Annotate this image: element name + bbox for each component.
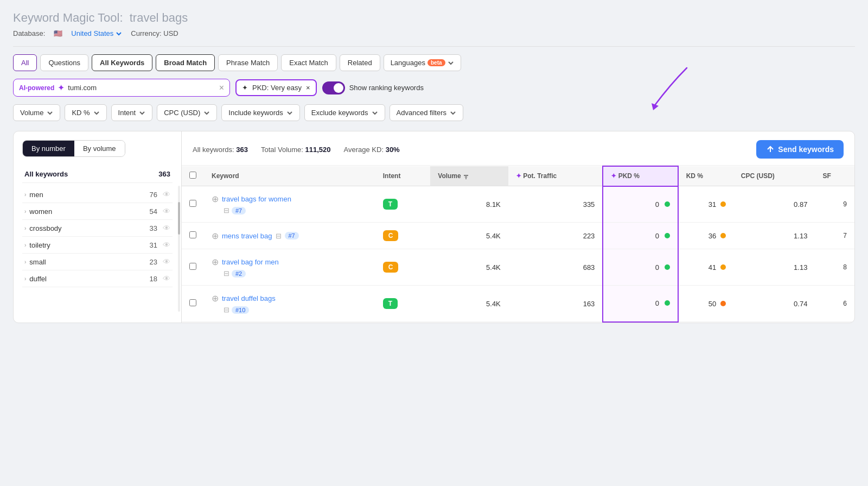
tab-broad-match[interactable]: Broad Match: [156, 54, 215, 71]
eye-icon[interactable]: 👁: [163, 274, 170, 283]
page-icon: ⊟: [224, 269, 229, 277]
toggle-label: Show ranking keywords: [349, 84, 424, 92]
sidebar-tab-by-number[interactable]: By number: [23, 141, 74, 156]
pkd-dot: [665, 264, 670, 270]
sidebar-item-small[interactable]: › small 23 👁: [22, 254, 173, 270]
eye-icon[interactable]: 👁: [163, 241, 170, 249]
cpc-cell: 1.13: [733, 223, 815, 249]
table-row: ⊕ travel bags for women ⊟ #7 T 8.1K: [182, 186, 854, 223]
add-keyword-icon[interactable]: ⊕: [212, 257, 219, 267]
pkd-dot: [665, 300, 670, 306]
add-keyword-icon[interactable]: ⊕: [212, 231, 219, 241]
col-keyword-header: Keyword: [204, 166, 375, 186]
row-checkbox[interactable]: [189, 231, 196, 238]
row-checkbox[interactable]: [189, 200, 196, 207]
sidebar-list: › men 76 👁 › women 54 👁 › crossbody 33 👁: [22, 186, 173, 287]
pot-traffic-cell: 223: [508, 223, 603, 249]
eye-icon[interactable]: 👁: [163, 224, 170, 232]
col-kd-header: KD %: [678, 166, 733, 186]
intent-cell: T: [375, 186, 431, 223]
tab-phrase-match[interactable]: Phrase Match: [218, 54, 278, 71]
sidebar-item-count: 31: [150, 241, 157, 249]
sidebar-item-men[interactable]: › men 76 👁: [22, 186, 173, 203]
advanced-filters-dropdown[interactable]: Advanced filters: [390, 104, 464, 121]
add-keyword-icon[interactable]: ⊕: [212, 194, 219, 204]
keyword-link[interactable]: travel duffel bags: [222, 294, 276, 302]
sf-cell: 6: [815, 286, 854, 322]
chevron-icon: ›: [24, 192, 26, 198]
sidebar-item-duffel[interactable]: › duffel 18 👁: [22, 270, 173, 287]
tab-languages[interactable]: Languages beta: [384, 54, 461, 71]
sidebar-item-women[interactable]: › women 54 👁: [22, 203, 173, 220]
currency-label: Currency: USD: [131, 29, 178, 37]
row-checkbox-cell: [182, 223, 204, 249]
page-icon: ⊟: [276, 232, 282, 240]
select-all-checkbox[interactable]: [189, 172, 196, 179]
sf-cell: 8: [815, 249, 854, 286]
ranking-keywords-toggle[interactable]: [322, 81, 345, 94]
row-checkbox[interactable]: [189, 263, 196, 270]
ai-input[interactable]: [68, 84, 215, 92]
pkd-filter[interactable]: ✦ PKD: Very easy ×: [235, 79, 317, 96]
cpc-cell: 1.13: [733, 249, 815, 286]
keyword-cell: ⊕ travel bag for men ⊟ #2: [204, 249, 375, 286]
keyword-tag: #10: [232, 306, 249, 314]
kd-cell: 41: [678, 249, 733, 286]
kd-dot: [720, 201, 726, 207]
chevron-icon: ›: [24, 276, 26, 282]
sidebar-item-label: women: [29, 207, 146, 216]
intent-badge: C: [383, 262, 399, 273]
tab-related[interactable]: Related: [340, 54, 380, 71]
tab-exact-match[interactable]: Exact Match: [281, 54, 336, 71]
sidebar-tab-by-volume[interactable]: By volume: [74, 141, 125, 156]
pkd-dot: [665, 233, 670, 238]
sidebar-item-label: men: [29, 191, 146, 199]
eye-icon[interactable]: 👁: [163, 190, 170, 199]
ai-filter[interactable]: AI-powered ✦ ×: [13, 79, 230, 97]
intent-badge: T: [383, 199, 398, 210]
exclude-keywords-dropdown[interactable]: Exclude keywords: [304, 104, 385, 121]
chevron-icon: ›: [24, 225, 26, 231]
volume-dropdown[interactable]: Volume: [13, 104, 60, 121]
table-summary: All keywords: 363 Total Volume: 111,520 …: [182, 131, 854, 166]
cpc-cell: 0.74: [733, 286, 815, 322]
kd-dot: [720, 301, 726, 306]
keyword-link[interactable]: travel bag for men: [222, 258, 279, 266]
kd-dropdown[interactable]: KD %: [65, 104, 106, 121]
intent-dropdown[interactable]: Intent: [111, 104, 153, 121]
sidebar-all-keywords: All keywords 363: [22, 166, 173, 183]
pkd-clear-icon[interactable]: ×: [306, 84, 310, 92]
sidebar-item-count: 76: [150, 191, 157, 199]
send-keywords-button[interactable]: Send keywords: [756, 140, 844, 159]
include-keywords-dropdown[interactable]: Include keywords: [221, 104, 299, 121]
tab-all[interactable]: All: [13, 54, 37, 71]
tab-questions[interactable]: Questions: [40, 54, 88, 71]
sidebar-item-toiletry[interactable]: › toiletry 31 👁: [22, 237, 173, 254]
row-checkbox-cell: [182, 249, 204, 286]
keyword-tag: #7: [232, 207, 246, 214]
keyword-link[interactable]: travel bags for women: [222, 195, 291, 203]
keyword-link[interactable]: mens travel bag: [222, 232, 272, 240]
eye-icon[interactable]: 👁: [163, 257, 170, 266]
tab-all-keywords[interactable]: All Keywords: [92, 54, 152, 71]
ai-star-icon: ✦: [58, 83, 65, 93]
title-keyword: travel bags: [130, 11, 188, 24]
col-select-all: [182, 166, 204, 186]
page-header: Keyword Magic Tool: travel bags Database…: [13, 11, 855, 37]
sf-cell: 9: [815, 186, 854, 223]
beta-badge: beta: [427, 59, 445, 66]
col-pot-traffic-header: ✦ Pot. Traffic: [508, 166, 603, 186]
row-checkbox[interactable]: [189, 299, 196, 306]
sidebar-item-crossbody[interactable]: › crossbody 33 👁: [22, 220, 173, 237]
cpc-dropdown[interactable]: CPC (USD): [157, 104, 217, 121]
ai-clear-icon[interactable]: ×: [219, 84, 224, 92]
volume-cell: 8.1K: [430, 186, 508, 223]
database-link[interactable]: United States: [71, 29, 122, 37]
pkd-cell: 0: [603, 223, 678, 249]
database-name: United States: [71, 29, 113, 37]
keyword-tag: #7: [285, 232, 299, 239]
ai-label: AI-powered: [19, 84, 54, 92]
kd-dot: [720, 264, 726, 270]
eye-icon[interactable]: 👁: [163, 207, 170, 216]
add-keyword-icon[interactable]: ⊕: [212, 293, 219, 304]
